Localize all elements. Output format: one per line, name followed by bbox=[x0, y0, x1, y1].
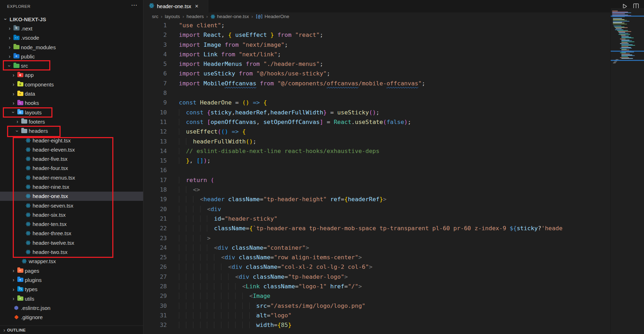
breadcrumb-item-headerone[interactable]: [@]HeaderOne bbox=[255, 14, 289, 19]
editor-group: header-one.tsx ✕ src›layouts›headers› he… bbox=[144, 0, 644, 334]
outline-section-header[interactable]: › OUTLINE bbox=[0, 325, 143, 334]
sidebar-item-headers[interactable]: ›headers bbox=[0, 126, 143, 136]
sidebar-item-footers[interactable]: ›footers bbox=[0, 117, 143, 126]
folder-icon-public: ⊕ bbox=[13, 54, 19, 58]
sidebar-item--next[interactable]: ›N.next bbox=[0, 24, 143, 33]
types-icon: TS bbox=[16, 287, 24, 291]
chevron-right-icon: › bbox=[11, 277, 16, 283]
eslint-icon bbox=[14, 306, 18, 310]
sidebar-item-components[interactable]: ›▣components bbox=[0, 80, 143, 89]
sidebar-item-public[interactable]: ›⊕public bbox=[0, 52, 143, 61]
item-label: header-one.tsx bbox=[33, 193, 68, 199]
item-label: plugins bbox=[25, 277, 42, 283]
sidebar-item-header-menus-tsx[interactable]: header-menus.tsx bbox=[0, 173, 143, 182]
item-label: public bbox=[21, 53, 35, 60]
line-number: 26 bbox=[144, 262, 167, 272]
line-content: <div className="container"> bbox=[179, 243, 309, 253]
sidebar-item-header-five-tsx[interactable]: header-five.tsx bbox=[0, 154, 143, 163]
sidebar-item-header-six-tsx[interactable]: header-six.tsx bbox=[0, 210, 143, 219]
item-label: .eslintrc.json bbox=[21, 305, 50, 311]
minimap-line bbox=[620, 39, 626, 39]
sidebar-item-plugins[interactable]: ›✚plugins bbox=[0, 275, 143, 284]
sidebar-item-header-seven-tsx[interactable]: header-seven.tsx bbox=[0, 201, 143, 210]
explorer-sidebar: EXPLORER ⋯ ›LIKO-NEXT-JS›N.next›‹›.vscod… bbox=[0, 0, 143, 334]
sidebar-item-header-four-tsx[interactable]: header-four.tsx bbox=[0, 164, 143, 173]
item-label: .next bbox=[21, 26, 33, 32]
item-label: header-seven.tsx bbox=[33, 203, 73, 209]
code-line-5: 5import HeaderMenus from "./header-menus… bbox=[144, 59, 610, 69]
line-number: 29 bbox=[144, 291, 167, 301]
sidebar-item-header-ten-tsx[interactable]: header-ten.tsx bbox=[0, 220, 143, 229]
folder-icon-vscode: ‹› bbox=[13, 36, 19, 40]
sidebar-item--eslintrc-json[interactable]: .eslintrc.json bbox=[0, 303, 143, 312]
breadcrumb-item-layouts[interactable]: layouts bbox=[165, 14, 180, 19]
sidebar-item--gitignore[interactable]: .gitignore bbox=[0, 313, 143, 322]
explorer-more-actions-icon[interactable]: ⋯ bbox=[131, 1, 137, 9]
line-content: import useSticky from "@/hooks/use-stick… bbox=[179, 69, 330, 78]
line-number: 31 bbox=[144, 311, 167, 320]
sidebar-item-data[interactable]: ›≡data bbox=[0, 89, 143, 98]
react-icon bbox=[24, 165, 32, 171]
sidebar-item-types[interactable]: ›TStypes bbox=[0, 285, 143, 294]
code-line-3: 3import Image from "next/image"; bbox=[144, 40, 610, 50]
line-content: <div bbox=[179, 204, 221, 214]
line-number: 10 bbox=[144, 108, 167, 117]
item-label: LIKO-NEXT-JS bbox=[10, 16, 46, 22]
code-editor[interactable]: 1"use client";2import React, { useEffect… bbox=[144, 21, 610, 334]
chevron-right-icon: › bbox=[11, 81, 16, 87]
minimap-line bbox=[613, 24, 627, 24]
sidebar-item-header-one-tsx[interactable]: header-one.tsx bbox=[0, 192, 143, 201]
line-content: width={85} bbox=[179, 320, 292, 330]
breadcrumb-item-src[interactable]: src bbox=[152, 14, 158, 19]
explorer-title: EXPLORER bbox=[7, 4, 30, 9]
sidebar-item-app[interactable]: ›▦app bbox=[0, 70, 143, 80]
sidebar-item-header-nine-tsx[interactable]: header-nine.tsx bbox=[0, 182, 143, 191]
line-number: 20 bbox=[144, 204, 167, 214]
tab-header-one[interactable]: header-one.tsx ✕ bbox=[144, 0, 208, 12]
line-content: import React, { useEffect } from "react"… bbox=[179, 30, 323, 40]
sidebar-item-node-modules[interactable]: ›node_modules bbox=[0, 43, 143, 52]
item-label: header-twelve.tsx bbox=[33, 240, 74, 246]
sidebar-item-wrapper-tsx[interactable]: wrapper.tsx bbox=[0, 257, 143, 266]
breadcrumb-item-headers[interactable]: headers bbox=[186, 14, 204, 19]
code-line-25: 25 <div className="row align-items-cente… bbox=[144, 253, 610, 262]
chevron-right-icon: › bbox=[11, 296, 16, 301]
nodemodules-icon bbox=[12, 45, 20, 49]
code-line-30: 30 src="/assets/img/logo/logo.png" bbox=[144, 301, 610, 311]
sidebar-item-header-two-tsx[interactable]: header-two.tsx bbox=[0, 247, 143, 256]
react-icon bbox=[24, 231, 32, 236]
sidebar-item-liko-next-js[interactable]: ›LIKO-NEXT-JS bbox=[0, 15, 143, 24]
eslint-icon bbox=[12, 306, 20, 310]
sidebar-item-src[interactable]: ›src bbox=[0, 61, 143, 70]
item-label: footers bbox=[29, 119, 45, 125]
line-content: <div className="col-xl-2 col-lg-2 col-6"… bbox=[179, 262, 372, 272]
vscode-icon: ‹› bbox=[12, 36, 20, 40]
item-label: pages bbox=[25, 268, 39, 274]
close-icon[interactable]: ✕ bbox=[195, 4, 199, 9]
line-content: > bbox=[179, 233, 210, 243]
item-label: .vscode bbox=[21, 35, 39, 41]
sidebar-item-header-three-tsx[interactable]: header-three.tsx bbox=[0, 229, 143, 238]
tab-bar: header-one.tsx ✕ bbox=[144, 0, 644, 12]
sidebar-item-header-eleven-tsx[interactable]: header-eleven.tsx bbox=[0, 145, 143, 154]
folder-icon-hooks: ∿ bbox=[17, 101, 23, 105]
app-icon: ▦ bbox=[16, 73, 24, 77]
breadcrumb-label: layouts bbox=[165, 14, 180, 19]
sidebar-item-header-eight-tsx[interactable]: header-eight.tsx bbox=[0, 136, 143, 145]
sidebar-item--vscode[interactable]: ›‹›.vscode bbox=[0, 33, 143, 43]
minimap[interactable] bbox=[610, 8, 644, 334]
sidebar-item-utils[interactable]: ›⚒utils bbox=[0, 294, 143, 303]
sidebar-item-hooks[interactable]: ›∿hooks bbox=[0, 98, 143, 108]
line-content: import Image from "next/image"; bbox=[179, 40, 288, 50]
item-label: header-three.tsx bbox=[33, 230, 71, 236]
minimap-line bbox=[616, 28, 622, 29]
item-label: header-nine.tsx bbox=[33, 184, 69, 190]
code-line-6: 6import useSticky from "@/hooks/use-stic… bbox=[144, 69, 610, 78]
breadcrumb-item-header-one-tsx[interactable]: header-one.tsx bbox=[210, 14, 249, 19]
sidebar-item-pages[interactable]: ›▭pages bbox=[0, 266, 143, 275]
code-line-10: 10 const {sticky,headerRef,headerFullWid… bbox=[144, 108, 610, 117]
sidebar-item-layouts[interactable]: ›▤layouts bbox=[0, 108, 143, 117]
item-label: header-eleven.tsx bbox=[33, 147, 75, 153]
chevron-right-icon: › bbox=[11, 91, 16, 97]
sidebar-item-header-twelve-tsx[interactable]: header-twelve.tsx bbox=[0, 238, 143, 247]
